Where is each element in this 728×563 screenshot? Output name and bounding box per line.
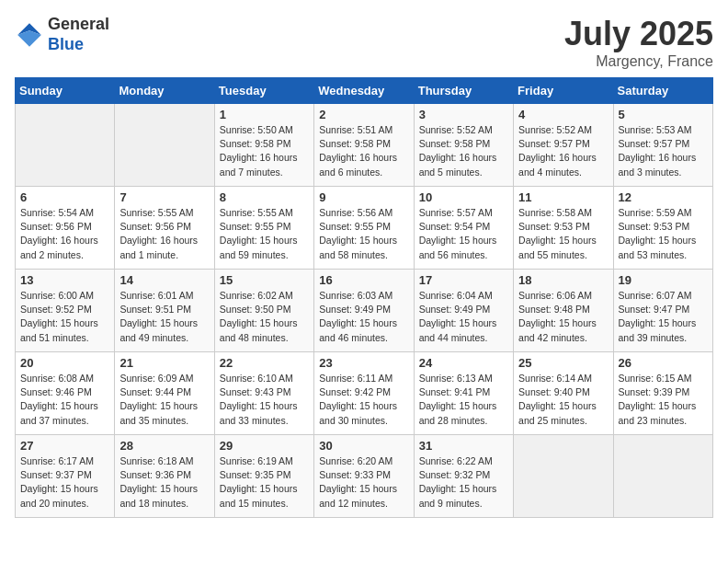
- calendar-header-row: SundayMondayTuesdayWednesdayThursdayFrid…: [16, 78, 713, 104]
- day-cell: 20Sunrise: 6:08 AM Sunset: 9:46 PM Dayli…: [16, 352, 115, 435]
- header-monday: Monday: [115, 78, 214, 104]
- day-info: Sunrise: 6:03 AM Sunset: 9:49 PM Dayligh…: [319, 289, 408, 345]
- day-info: Sunrise: 5:56 AM Sunset: 9:55 PM Dayligh…: [319, 206, 408, 262]
- day-number: 23: [319, 356, 408, 370]
- day-cell: 27Sunrise: 6:17 AM Sunset: 9:37 PM Dayli…: [16, 435, 115, 518]
- day-number: 19: [619, 273, 708, 287]
- day-number: 5: [619, 108, 708, 121]
- week-row-1: 1Sunrise: 5:50 AM Sunset: 9:58 PM Daylig…: [16, 104, 713, 187]
- day-number: 22: [220, 356, 309, 370]
- day-cell: 6Sunrise: 5:54 AM Sunset: 9:56 PM Daylig…: [16, 187, 115, 270]
- day-number: 14: [119, 273, 209, 287]
- day-info: Sunrise: 6:22 AM Sunset: 9:32 PM Dayligh…: [419, 454, 508, 511]
- day-cell: 12Sunrise: 5:59 AM Sunset: 9:53 PM Dayli…: [613, 187, 712, 270]
- day-cell: [16, 104, 115, 187]
- day-cell: 1Sunrise: 5:50 AM Sunset: 9:58 PM Daylig…: [214, 104, 313, 187]
- day-info: Sunrise: 5:52 AM Sunset: 9:57 PM Dayligh…: [518, 123, 608, 179]
- day-number: 18: [518, 273, 608, 287]
- day-cell: 2Sunrise: 5:51 AM Sunset: 9:58 PM Daylig…: [314, 104, 414, 187]
- day-cell: 29Sunrise: 6:19 AM Sunset: 9:35 PM Dayli…: [214, 435, 313, 518]
- day-cell: 14Sunrise: 6:01 AM Sunset: 9:51 PM Dayli…: [115, 270, 214, 352]
- day-number: 13: [20, 273, 109, 287]
- day-number: 21: [119, 356, 209, 370]
- day-cell: 17Sunrise: 6:04 AM Sunset: 9:49 PM Dayli…: [414, 270, 513, 352]
- day-number: 9: [319, 190, 408, 204]
- day-cell: 18Sunrise: 6:06 AM Sunset: 9:48 PM Dayli…: [514, 270, 613, 352]
- day-info: Sunrise: 6:06 AM Sunset: 9:48 PM Dayligh…: [518, 289, 608, 345]
- day-info: Sunrise: 6:19 AM Sunset: 9:35 PM Dayligh…: [220, 454, 309, 511]
- header-sunday: Sunday: [16, 78, 115, 104]
- day-cell: 19Sunrise: 6:07 AM Sunset: 9:47 PM Dayli…: [613, 270, 712, 352]
- day-info: Sunrise: 6:08 AM Sunset: 9:46 PM Dayligh…: [20, 372, 109, 428]
- day-number: 30: [319, 439, 408, 453]
- day-number: 1: [220, 108, 309, 121]
- day-info: Sunrise: 6:20 AM Sunset: 9:33 PM Dayligh…: [319, 454, 408, 511]
- day-cell: 5Sunrise: 5:53 AM Sunset: 9:57 PM Daylig…: [613, 104, 712, 187]
- month-title: July 2025: [564, 15, 713, 53]
- day-cell: 9Sunrise: 5:56 AM Sunset: 9:55 PM Daylig…: [314, 187, 414, 270]
- day-cell: 31Sunrise: 6:22 AM Sunset: 9:32 PM Dayli…: [414, 435, 513, 518]
- logo-text: General Blue: [48, 15, 109, 54]
- day-number: 7: [119, 190, 209, 204]
- day-number: 6: [20, 190, 109, 204]
- day-cell: 13Sunrise: 6:00 AM Sunset: 9:52 PM Dayli…: [16, 270, 115, 352]
- day-number: 15: [220, 273, 309, 287]
- day-info: Sunrise: 6:10 AM Sunset: 9:43 PM Dayligh…: [220, 372, 309, 428]
- day-number: 2: [319, 108, 408, 121]
- day-number: 4: [518, 108, 608, 121]
- day-info: Sunrise: 5:51 AM Sunset: 9:58 PM Dayligh…: [319, 123, 408, 179]
- day-cell: 26Sunrise: 6:15 AM Sunset: 9:39 PM Dayli…: [613, 352, 712, 435]
- day-info: Sunrise: 5:58 AM Sunset: 9:53 PM Dayligh…: [518, 206, 608, 262]
- day-cell: 8Sunrise: 5:55 AM Sunset: 9:55 PM Daylig…: [214, 187, 313, 270]
- day-info: Sunrise: 6:02 AM Sunset: 9:50 PM Dayligh…: [220, 289, 309, 345]
- header-thursday: Thursday: [414, 78, 513, 104]
- day-number: 28: [119, 439, 209, 453]
- day-cell: [115, 104, 214, 187]
- day-number: 10: [419, 190, 508, 204]
- day-info: Sunrise: 6:04 AM Sunset: 9:49 PM Dayligh…: [419, 289, 508, 345]
- day-cell: 7Sunrise: 5:55 AM Sunset: 9:56 PM Daylig…: [115, 187, 214, 270]
- header-tuesday: Tuesday: [214, 78, 313, 104]
- day-cell: 15Sunrise: 6:02 AM Sunset: 9:50 PM Dayli…: [214, 270, 313, 352]
- day-info: Sunrise: 5:50 AM Sunset: 9:58 PM Dayligh…: [220, 123, 309, 179]
- day-cell: 10Sunrise: 5:57 AM Sunset: 9:54 PM Dayli…: [414, 187, 513, 270]
- day-number: 3: [419, 108, 508, 121]
- day-cell: 30Sunrise: 6:20 AM Sunset: 9:33 PM Dayli…: [314, 435, 414, 518]
- day-number: 29: [220, 439, 309, 453]
- day-info: Sunrise: 5:55 AM Sunset: 9:55 PM Dayligh…: [220, 206, 309, 262]
- day-info: Sunrise: 6:13 AM Sunset: 9:41 PM Dayligh…: [419, 372, 508, 428]
- day-number: 24: [419, 356, 508, 370]
- location: Margency, France: [564, 53, 713, 70]
- day-cell: 23Sunrise: 6:11 AM Sunset: 9:42 PM Dayli…: [314, 352, 414, 435]
- day-info: Sunrise: 5:52 AM Sunset: 9:58 PM Dayligh…: [419, 123, 508, 179]
- day-number: 26: [619, 356, 708, 370]
- day-number: 11: [518, 190, 608, 204]
- day-info: Sunrise: 5:57 AM Sunset: 9:54 PM Dayligh…: [419, 206, 508, 262]
- day-info: Sunrise: 6:00 AM Sunset: 9:52 PM Dayligh…: [20, 289, 109, 345]
- day-info: Sunrise: 6:09 AM Sunset: 9:44 PM Dayligh…: [119, 372, 209, 428]
- week-row-5: 27Sunrise: 6:17 AM Sunset: 9:37 PM Dayli…: [16, 435, 713, 518]
- logo-blue: Blue: [48, 35, 109, 55]
- day-info: Sunrise: 6:01 AM Sunset: 9:51 PM Dayligh…: [119, 289, 209, 345]
- day-cell: 28Sunrise: 6:18 AM Sunset: 9:36 PM Dayli…: [115, 435, 214, 518]
- day-number: 31: [419, 439, 508, 453]
- logo: General Blue: [15, 15, 109, 54]
- day-number: 12: [619, 190, 708, 204]
- day-cell: 4Sunrise: 5:52 AM Sunset: 9:57 PM Daylig…: [514, 104, 613, 187]
- header-wednesday: Wednesday: [314, 78, 414, 104]
- week-row-3: 13Sunrise: 6:00 AM Sunset: 9:52 PM Dayli…: [16, 270, 713, 352]
- day-info: Sunrise: 6:07 AM Sunset: 9:47 PM Dayligh…: [619, 289, 708, 345]
- header-friday: Friday: [514, 78, 613, 104]
- day-cell: 11Sunrise: 5:58 AM Sunset: 9:53 PM Dayli…: [514, 187, 613, 270]
- day-info: Sunrise: 5:55 AM Sunset: 9:56 PM Dayligh…: [119, 206, 209, 262]
- day-cell: [613, 435, 712, 518]
- day-info: Sunrise: 5:59 AM Sunset: 9:53 PM Dayligh…: [619, 206, 708, 262]
- day-cell: [514, 435, 613, 518]
- day-info: Sunrise: 5:53 AM Sunset: 9:57 PM Dayligh…: [619, 123, 708, 179]
- day-info: Sunrise: 6:18 AM Sunset: 9:36 PM Dayligh…: [119, 454, 209, 511]
- day-number: 8: [220, 190, 309, 204]
- title-block: July 2025 Margency, France: [564, 15, 713, 70]
- day-cell: 21Sunrise: 6:09 AM Sunset: 9:44 PM Dayli…: [115, 352, 214, 435]
- day-number: 20: [20, 356, 109, 370]
- day-cell: 25Sunrise: 6:14 AM Sunset: 9:40 PM Dayli…: [514, 352, 613, 435]
